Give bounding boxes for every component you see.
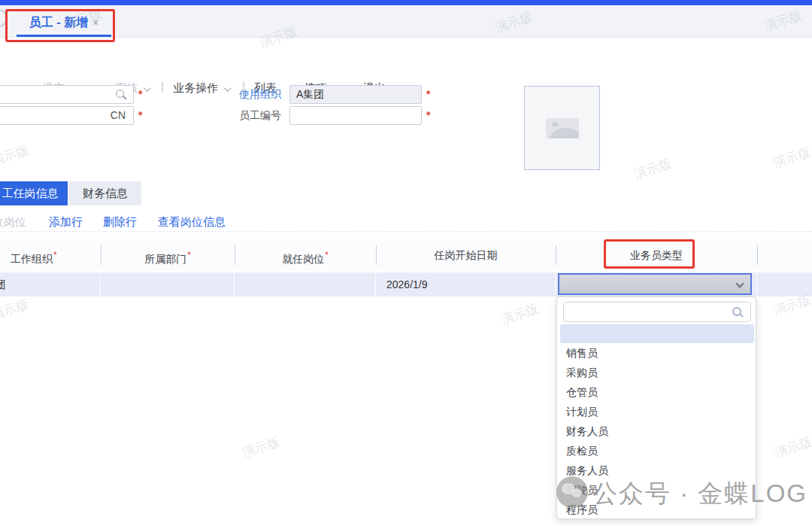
col-header-extra (757, 239, 812, 275)
detail-tabs: 工任岗信息 财务信息 (0, 181, 812, 205)
required-mark: * (426, 88, 430, 100)
employee-photo-placeholder[interactable] (524, 86, 600, 170)
column-divider (235, 245, 235, 265)
grid-actions-bar: 改岗位 添加行 删除行 查看岗位信息 (0, 212, 812, 232)
tab-close-icon[interactable]: × (92, 17, 98, 29)
tab-position-info[interactable]: 工任岗信息 (0, 181, 68, 205)
name-field[interactable]: CN (0, 106, 134, 125)
col-label: 所属部门 (144, 253, 186, 265)
business-operations-button[interactable]: 业务操作 (173, 78, 229, 98)
chevron-down-icon (735, 279, 744, 287)
add-row-link[interactable]: 添加行 (49, 213, 83, 231)
col-header-start-date[interactable]: 任岗开始日期 (376, 239, 556, 275)
col-label: 业务员类型 (630, 249, 683, 261)
col-header-department[interactable]: 所属部门* (101, 239, 235, 275)
grid-header-row: 工作组织* 所属部门* 就任岗位* 任岗开始日期 业务员类型 (0, 239, 812, 271)
demo-watermark: 演示版 (241, 433, 283, 462)
cell-department[interactable] (101, 272, 235, 296)
required-mark: * (325, 250, 329, 260)
tab-employee-new[interactable]: 员工 - 新增× (17, 10, 111, 37)
tab-active-underline (17, 35, 111, 37)
col-label: 就任岗位 (282, 253, 324, 265)
dropdown-option-finance[interactable]: 财务人员 (557, 421, 757, 441)
chevron-down-icon (144, 84, 151, 92)
demo-watermark: 演示版 (0, 141, 31, 170)
cropped-icon (0, 9, 8, 27)
search-icon[interactable] (116, 90, 124, 98)
col-label: 任岗开始日期 (435, 249, 498, 261)
dropdown-option-planner[interactable]: 计划员 (557, 402, 757, 421)
column-divider (376, 245, 377, 265)
cell-work-org[interactable]: 团 (0, 272, 101, 296)
col-header-position[interactable]: 就任岗位* (235, 239, 376, 275)
document-tab-strip: 员工 - 新增× (0, 5, 812, 38)
column-divider (556, 245, 556, 265)
dropdown-search-input[interactable] (563, 302, 751, 322)
top-accent-bar (0, 0, 812, 5)
use-org-value: A集团 (296, 88, 324, 100)
view-position-info-link[interactable]: 查看岗位信息 (158, 213, 226, 231)
tab-finance-info[interactable]: 财务信息 (69, 181, 141, 205)
col-header-salesman-type[interactable]: 业务员类型 (556, 239, 757, 275)
required-mark: * (53, 250, 57, 260)
required-mark: * (426, 109, 430, 121)
use-org-label[interactable]: 使用组织 (233, 88, 281, 102)
required-mark: * (138, 88, 142, 100)
app-window: 员工 - 新增× 提交 审核 | 业务操作 | 列表 选项 退出 集团 * CN… (0, 0, 812, 526)
chevron-down-icon (224, 84, 232, 92)
search-icon (732, 307, 741, 316)
delete-row-link[interactable]: 删除行 (103, 213, 137, 231)
cell-position[interactable] (235, 272, 376, 296)
use-org-field: A集团 (289, 85, 422, 104)
salesman-type-dropdown: 销售员 采购员 仓管员 计划员 财务人员 质检员 服务人员 驾驶员 程序员 (556, 296, 756, 519)
required-mark: * (187, 250, 191, 260)
demo-watermark: 演示版 (499, 300, 541, 329)
column-divider (101, 245, 102, 265)
modify-position-link: 改岗位 (0, 213, 26, 231)
dropdown-option-programmer[interactable]: 程序员 (557, 500, 757, 519)
dropdown-option-warehouse[interactable]: 仓管员 (557, 382, 757, 402)
cell-start-date[interactable]: 2026/1/9 (376, 272, 556, 296)
org-lookup-field[interactable]: 集团 (0, 85, 134, 104)
dropdown-option-driver[interactable]: 驾驶员 (557, 480, 757, 500)
dropdown-option-blank[interactable] (560, 324, 754, 343)
business-operations-label: 业务操作 (173, 81, 218, 94)
cell-extra (757, 272, 812, 296)
dropdown-option-purchaser[interactable]: 采购员 (557, 363, 757, 382)
dropdown-option-qc[interactable]: 质检员 (557, 441, 757, 461)
toolbar: 提交 审核 | 业务操作 | 列表 选项 退出 (0, 38, 812, 68)
employee-no-label: 员工编号 (233, 109, 281, 123)
dropdown-option-service[interactable]: 服务人员 (557, 461, 757, 480)
demo-watermark: 演示版 (0, 296, 31, 324)
demo-watermark: 演示版 (773, 433, 812, 462)
demo-watermark: 演示版 (632, 155, 674, 184)
column-divider (757, 245, 758, 265)
required-mark: * (138, 109, 142, 121)
toolbar-separator: | (161, 80, 164, 93)
salesman-type-select[interactable] (558, 273, 752, 295)
tab-title: 员工 - 新增 (29, 16, 88, 29)
dropdown-option-list: 销售员 采购员 仓管员 计划员 财务人员 质检员 服务人员 驾驶员 程序员 (557, 343, 757, 519)
image-placeholder-icon (546, 118, 579, 138)
dropdown-option-sales[interactable]: 销售员 (557, 343, 757, 363)
employee-no-field[interactable] (289, 106, 422, 125)
locale-suffix: CN (111, 109, 126, 121)
col-label: 工作组织 (11, 253, 53, 265)
cell-value: 团 (0, 272, 6, 296)
demo-watermark: 演示版 (771, 144, 812, 172)
col-header-work-org[interactable]: 工作组织* (0, 239, 101, 275)
